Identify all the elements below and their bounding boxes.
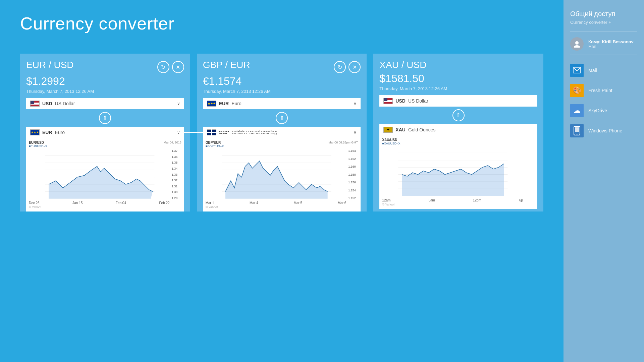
card-header-1: GBP / EUR ↻ ✕ [203, 60, 361, 73]
bottom-currency-code-0: EUR [42, 130, 52, 135]
chart-area-0: EUR/USD ■EURUSD=X Mar 04, 2013 [26, 138, 184, 212]
top-currency-code-2: USD [395, 98, 406, 104]
sidebar-item-name-3: Windows Phone [588, 128, 622, 133]
currency-card-2: XAU / USD $1581.50 Thursday, March 7, 20… [373, 54, 543, 212]
cards-container: EUR / USD ↻ ✕ $1.2992 Thursday, March 7,… [20, 54, 543, 212]
swap-row-1: ⇑ [203, 109, 361, 127]
card-price-1: €1.1574 [203, 75, 361, 87]
card-price-2: $1581.50 [379, 72, 537, 85]
sidebar-items-container: Mail 🎨 Fresh Paint ☁ SkyDrive Windows Ph… [570, 60, 637, 141]
top-currency-name-2: US Dollar [408, 98, 428, 104]
swap-button-1[interactable]: ⇑ [276, 112, 288, 124]
sidebar-subtitle: Currency converter + [570, 20, 637, 25]
svg-point-18 [575, 41, 579, 45]
sidebar-icon-0 [570, 64, 584, 77]
top-chevron-0[interactable]: ∨ [177, 101, 180, 106]
sidebar-item-windows-phone[interactable]: Windows Phone [570, 121, 637, 141]
sidebar: Общий доступ Currency converter + Кому: … [564, 0, 644, 362]
refresh-icon-1[interactable]: ↻ [334, 61, 346, 73]
top-chevron-1[interactable]: ∨ [354, 101, 357, 106]
card-date-0: Thursday, March 7, 2013 12:26 AM [26, 89, 184, 94]
sidebar-item-name-0: Mail [588, 68, 597, 73]
sidebar-icon-3 [570, 124, 584, 137]
bottom-currency-code-2: XAU [395, 127, 406, 132]
sidebar-item-fresh-paint[interactable]: 🎨 Fresh Paint [570, 80, 637, 101]
sidebar-icon-2: ☁ [570, 104, 584, 117]
bottom-chevron-1[interactable]: ∨ [354, 130, 357, 135]
sidebar-item-name-2: SkyDrive [588, 108, 607, 113]
page-title: Currency converter [20, 13, 543, 34]
x-label: 6p [519, 198, 523, 202]
x-label: 12am [382, 198, 390, 202]
card-icons-0: ↻ ✕ [157, 61, 184, 73]
card-price-0: $1.2992 [26, 75, 184, 87]
sidebar-divider-2 [570, 55, 637, 55]
close-icon-1[interactable]: ✕ [348, 61, 361, 73]
bottom-currency-selector-1[interactable]: GBP British Pound Sterling ∨ [203, 127, 361, 138]
top-currency-selector-2[interactable]: USD US Dollar [379, 95, 537, 107]
swap-row-2: ⇑ [379, 107, 537, 124]
sidebar-contact-row[interactable]: Кому: Kirill Bessonov Mail [570, 37, 637, 51]
svg-point-19 [574, 45, 580, 48]
sidebar-icon-1: 🎨 [570, 84, 584, 97]
top-currency-selector-1[interactable]: ★★★ EUR Euro ∨ [203, 98, 361, 109]
x-label: Feb 22 [159, 201, 170, 205]
sidebar-item-text-1: Fresh Paint [588, 88, 612, 93]
contact-sub: Mail [588, 44, 634, 49]
swap-row-0: ⇑ [26, 109, 184, 127]
pair-name-0: EUR / USD [26, 60, 74, 70]
x-label: Mar 6 [338, 201, 346, 205]
top-currency-name-1: Euro [231, 101, 241, 106]
x-label: 12pm [473, 198, 481, 202]
refresh-icon-0[interactable]: ↻ [157, 61, 169, 73]
card-date-2: Thursday, March 7, 2013 12:26 AM [379, 86, 537, 91]
svg-rect-24 [575, 127, 579, 132]
swap-button-0[interactable]: ⇑ [99, 112, 111, 124]
contact-avatar [570, 37, 584, 51]
x-label: Jan 15 [72, 201, 83, 205]
bottom-currency-name-2: Gold Ounces [408, 127, 436, 132]
pair-name-2: XAU / USD [379, 60, 426, 70]
x-label: Mar 1 [206, 201, 214, 205]
bottom-currency-selector-2[interactable]: ✦ XAU Gold Ounces [379, 124, 537, 135]
contact-info: Кому: Kirill Bessonov Mail [588, 39, 634, 49]
x-label: Mar 4 [250, 201, 258, 205]
x-label: Feb 04 [116, 201, 126, 205]
top-currency-selector-0[interactable]: USD US Dollar ∨ [26, 98, 184, 109]
bottom-currency-name-0: Euro [55, 130, 65, 135]
chart-area-2: XAU/USD ■XAUUSD=X [379, 135, 537, 209]
top-currency-code-0: USD [42, 101, 52, 106]
top-currency-name-0: US Dollar [55, 101, 75, 106]
sidebar-item-text-0: Mail [588, 68, 597, 73]
card-date-1: Thursday, March 7, 2013 12:26 AM [203, 89, 361, 94]
x-label: Mar 5 [293, 201, 302, 205]
sidebar-item-skydrive[interactable]: ☁ SkyDrive [570, 101, 637, 121]
x-label: 6am [428, 198, 435, 202]
svg-rect-23 [576, 134, 578, 134]
sidebar-item-name-1: Fresh Paint [588, 88, 612, 93]
pair-name-1: GBP / EUR [203, 60, 250, 70]
sidebar-item-text-2: SkyDrive [588, 108, 607, 113]
main-area: Currency converter EUR / USD ↻ ✕ $1.2992… [0, 0, 564, 362]
close-icon-0[interactable]: ✕ [172, 61, 184, 73]
card-header-0: EUR / USD ↻ ✕ [26, 60, 184, 73]
swap-button-2[interactable]: ⇑ [452, 109, 465, 121]
card-icons-1: ↻ ✕ [334, 61, 361, 73]
top-currency-code-1: EUR [219, 101, 229, 106]
sidebar-item-text-3: Windows Phone [588, 128, 622, 133]
currency-card-1: GBP / EUR ↻ ✕ €1.1574 Thursday, March 7,… [197, 54, 367, 212]
x-label: Dec 26 [29, 201, 40, 205]
card-header-2: XAU / USD [379, 60, 537, 70]
sidebar-title: Общий доступ [570, 10, 637, 18]
chart-area-1: GBP/EUR ■GBPEUR=X Mar 06 08:26pm GMT [203, 138, 361, 212]
contact-name: Кому: Kirill Bessonov [588, 39, 634, 44]
sidebar-item-mail[interactable]: Mail [570, 60, 637, 80]
sidebar-divider [570, 32, 637, 32]
